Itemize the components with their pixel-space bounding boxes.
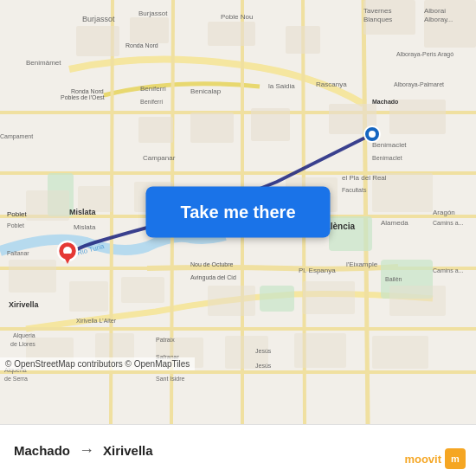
svg-text:de Llores: de Llores [10,341,35,347]
svg-text:Alqueria: Alqueria [13,332,35,339]
bottom-bar: Machado → Xirivella moovit m [0,424,476,476]
map-attribution: © OpenStreetMap contributors © OpenMapTi… [0,357,195,370]
svg-rect-11 [138,117,173,143]
svg-text:Alboray...: Alboray... [424,16,453,23]
svg-text:Blanques: Blanques [363,16,392,23]
svg-text:Benimaclet: Benimaclet [372,155,402,161]
svg-text:Nou de Octubre: Nou de Octubre [190,261,234,267]
svg-text:Xirivella L'Alter: Xirivella L'Alter [76,318,117,324]
moovit-icon: m [445,448,466,469]
svg-text:Jesús: Jesús [255,348,272,354]
svg-text:m: m [451,453,460,464]
route-from-label: Machado [14,443,70,458]
svg-text:Poble Nou: Poble Nou [221,13,253,21]
route-arrow-icon: → [79,441,94,460]
svg-text:la Saidia: la Saidia [268,82,295,90]
svg-text:de Serra: de Serra [4,376,28,382]
svg-text:Campament: Campament [0,133,33,140]
svg-text:Alboraya-Peris Aragó: Alboraya-Peris Aragó [396,51,453,58]
svg-text:Alboraya-Palmaret: Alboraya-Palmaret [394,81,444,88]
svg-text:Ronda Nord: Ronda Nord [71,88,104,94]
svg-rect-5 [76,26,119,56]
svg-text:Faltanar: Faltanar [7,250,29,256]
svg-text:Pl. Espanya: Pl. Espanya [299,267,336,274]
svg-rect-26 [389,286,446,316]
svg-text:Machado: Machado [372,99,398,105]
svg-text:Jesús: Jesús [255,363,272,369]
svg-text:Pobles de l'Oest: Pobles de l'Oest [61,94,105,100]
svg-text:Campanar: Campanar [143,154,176,162]
svg-text:Facultats: Facultats [342,187,367,193]
svg-rect-15 [389,100,446,134]
svg-text:Beniferri: Beniferri [140,85,166,93]
svg-rect-7 [208,22,255,46]
svg-rect-32 [372,336,428,369]
svg-rect-16 [26,190,69,221]
svg-text:Mislata: Mislata [69,208,97,216]
route-to-label: Xirivella [103,443,153,458]
svg-text:Camins a...: Camins a... [433,267,463,273]
moovit-text: moovit [404,453,441,466]
svg-text:Sant Isidre: Sant Isidre [156,376,185,382]
svg-text:Avinguda del Cid: Avinguda del Cid [190,274,236,281]
map-container: Burjassot Burjassot Poble Nou Tavernes B… [0,0,476,424]
svg-rect-25 [303,281,355,314]
svg-text:Tavernes: Tavernes [363,7,391,15]
svg-text:Poblet: Poblet [7,210,27,218]
svg-text:l'Eixample: l'Eixample [346,261,378,268]
svg-rect-24 [208,286,255,316]
svg-text:Beniferri: Beniferri [140,99,164,105]
svg-rect-3 [260,286,294,312]
svg-point-87 [369,131,376,138]
svg-text:Bailèn: Bailèn [385,276,402,282]
svg-text:Burjassot: Burjassot [82,15,115,23]
svg-rect-6 [130,17,169,43]
svg-text:el Pla del Real: el Pla del Real [342,174,387,182]
svg-text:Alameda: Alameda [381,219,408,227]
svg-rect-22 [69,281,108,312]
svg-text:Aragón: Aragón [433,209,455,216]
svg-text:Alborai: Alborai [424,7,446,15]
svg-rect-13 [251,108,290,141]
svg-text:Camins a...: Camins a... [433,220,463,226]
svg-text:Rascanya: Rascanya [316,80,347,88]
moovit-logo: moovit m [404,448,466,469]
svg-text:Benicalap: Benicalap [190,87,222,95]
svg-rect-21 [9,260,56,293]
svg-text:Patraix: Patraix [156,337,175,343]
svg-text:Mislata: Mislata [74,223,96,231]
svg-rect-23 [121,277,164,303]
svg-text:Xirivella: Xirivella [9,300,40,309]
svg-rect-12 [190,113,234,143]
svg-text:Ronda Nord: Ronda Nord [125,42,158,48]
svg-text:Benimaclet: Benimaclet [372,141,407,149]
svg-text:Benimàmet: Benimàmet [26,59,61,67]
take-me-there-button[interactable]: Take me there [145,187,330,238]
svg-rect-8 [286,26,320,54]
svg-text:Poblet: Poblet [7,222,24,228]
svg-rect-31 [294,333,346,368]
svg-text:Burjassot: Burjassot [138,10,168,17]
